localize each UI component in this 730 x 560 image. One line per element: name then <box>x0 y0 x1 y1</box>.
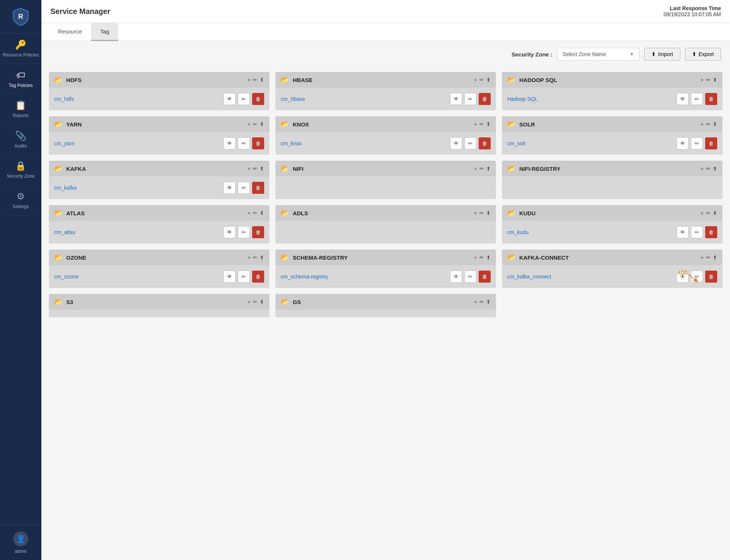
export-service-button[interactable]: ⬆ <box>713 121 717 127</box>
edit-button[interactable]: ✏ <box>691 226 703 238</box>
service-link-cm-kudu[interactable]: cm_kudu <box>507 229 529 235</box>
delete-button[interactable]: 🗑 <box>705 226 717 238</box>
add-service-button[interactable]: + <box>701 210 704 216</box>
add-service-button[interactable]: + <box>248 254 251 260</box>
edit-service-button[interactable]: ✏ <box>706 121 710 127</box>
delete-button[interactable]: 🗑 <box>705 271 717 283</box>
delete-button[interactable]: 🗑 <box>252 93 264 105</box>
add-service-button[interactable]: + <box>474 121 477 127</box>
export-service-button[interactable]: ⬆ <box>486 77 491 83</box>
delete-button[interactable]: 🗑 <box>705 137 717 149</box>
add-service-button[interactable]: + <box>248 299 251 305</box>
add-service-button[interactable]: + <box>248 166 251 172</box>
edit-button[interactable]: ✏ <box>238 271 250 283</box>
add-service-button[interactable]: + <box>474 210 477 216</box>
export-service-button[interactable]: ⬆ <box>260 254 264 260</box>
view-button[interactable]: 👁 <box>224 271 236 283</box>
delete-button[interactable]: 🗑 <box>479 137 491 149</box>
export-service-button[interactable]: ⬆ <box>486 299 491 305</box>
service-link-cm-schema-registry[interactable]: cm_schema-registry <box>281 274 328 280</box>
export-service-button[interactable]: ⬆ <box>260 299 264 305</box>
edit-button[interactable]: ✏ <box>238 226 250 238</box>
view-button[interactable]: 👁 <box>224 182 236 194</box>
add-service-button[interactable]: + <box>474 254 477 260</box>
sidebar-item-security-zone[interactable]: 🔒 Security Zone <box>0 155 41 185</box>
service-link-Hadoop-SQL[interactable]: Hadoop SQL <box>507 96 538 102</box>
service-link-cm-atlas[interactable]: cm_atlas <box>54 229 75 235</box>
add-service-button[interactable]: + <box>248 210 251 216</box>
service-link-cm-hdfs[interactable]: cm_hdfs <box>54 96 74 102</box>
export-service-button[interactable]: ⬆ <box>260 77 264 83</box>
add-service-button[interactable]: + <box>474 166 477 172</box>
edit-service-button[interactable]: ✏ <box>253 121 257 127</box>
tab-resource[interactable]: Resource <box>49 23 91 41</box>
service-link-cm-kafka[interactable]: cm_kafka <box>54 185 77 191</box>
delete-button[interactable]: 🗑 <box>479 93 491 105</box>
sidebar-item-reports[interactable]: 📋 Reports <box>0 94 41 125</box>
delete-button[interactable]: 🗑 <box>252 226 264 238</box>
view-button[interactable]: 👁 <box>224 93 236 105</box>
service-link-cm-solr[interactable]: cm_solr <box>507 140 526 146</box>
edit-service-button[interactable]: ✏ <box>479 299 484 305</box>
service-link-cm-knox[interactable]: cm_knox <box>281 140 302 146</box>
export-service-button[interactable]: ⬆ <box>713 77 717 83</box>
service-link-cm-hbase[interactable]: cm_hbase <box>281 96 305 102</box>
export-service-button[interactable]: ⬆ <box>260 210 264 216</box>
add-service-button[interactable]: + <box>701 77 704 83</box>
view-button[interactable]: 👁 <box>677 93 689 105</box>
edit-service-button[interactable]: ✏ <box>706 254 710 260</box>
export-service-button[interactable]: ⬆ <box>486 210 491 216</box>
export-service-button[interactable]: ⬆ <box>260 121 264 127</box>
view-button[interactable]: 👁 <box>450 93 462 105</box>
view-button[interactable]: 👁 <box>450 271 462 283</box>
add-service-button[interactable]: + <box>248 121 251 127</box>
add-service-button[interactable]: + <box>248 77 251 83</box>
edit-service-button[interactable]: ✏ <box>253 166 257 172</box>
service-link-cm-kafka-connect[interactable]: cm_kafka_connect <box>507 274 551 280</box>
delete-button[interactable]: 🗑 <box>252 271 264 283</box>
edit-button[interactable]: ✏ <box>691 93 703 105</box>
export-service-button[interactable]: ⬆ <box>486 121 491 127</box>
edit-service-button[interactable]: ✏ <box>706 77 710 83</box>
service-link-cm-yarn[interactable]: cm_yarn <box>54 140 75 146</box>
delete-button[interactable]: 🗑 <box>705 93 717 105</box>
view-button[interactable]: 👁 <box>224 226 236 238</box>
sidebar-item-tag-policies[interactable]: 🏷 Tag Policies <box>0 64 41 94</box>
add-service-button[interactable]: + <box>474 299 477 305</box>
tab-tag[interactable]: Tag <box>91 23 118 41</box>
edit-button[interactable]: ✏ <box>464 137 476 149</box>
edit-button[interactable]: ✏ <box>238 182 250 194</box>
edit-button[interactable]: ✏ <box>691 271 703 283</box>
edit-button[interactable]: ✏ <box>238 137 250 149</box>
edit-button[interactable]: ✏ <box>238 93 250 105</box>
edit-service-button[interactable]: ✏ <box>253 299 257 305</box>
delete-button[interactable]: 🗑 <box>479 271 491 283</box>
edit-service-button[interactable]: ✏ <box>479 210 484 216</box>
export-service-button[interactable]: ⬆ <box>713 254 717 260</box>
edit-service-button[interactable]: ✏ <box>253 210 257 216</box>
edit-service-button[interactable]: ✏ <box>479 254 484 260</box>
export-service-button[interactable]: ⬆ <box>713 210 717 216</box>
edit-service-button[interactable]: ✏ <box>706 210 710 216</box>
view-button[interactable]: 👁 <box>677 137 689 149</box>
add-service-button[interactable]: + <box>474 77 477 83</box>
edit-service-button[interactable]: ✏ <box>479 166 484 172</box>
delete-button[interactable]: 🗑 <box>252 137 264 149</box>
export-button[interactable]: ⬆ Export <box>685 48 721 61</box>
view-button[interactable]: 👁 <box>450 137 462 149</box>
edit-service-button[interactable]: ✏ <box>479 121 484 127</box>
delete-button[interactable]: 🗑 <box>252 182 264 194</box>
export-service-button[interactable]: ⬆ <box>486 166 491 172</box>
edit-button[interactable]: ✏ <box>464 271 476 283</box>
zone-select[interactable]: Select Zone Name ▼ <box>557 48 640 61</box>
edit-service-button[interactable]: ✏ <box>253 254 257 260</box>
edit-service-button[interactable]: ✏ <box>253 77 257 83</box>
view-button[interactable]: 👁 <box>677 271 689 283</box>
add-service-button[interactable]: + <box>701 254 704 260</box>
edit-button[interactable]: ✏ <box>691 137 703 149</box>
view-button[interactable]: 👁 <box>224 137 236 149</box>
sidebar-item-settings[interactable]: ⚙ Settings <box>0 185 41 216</box>
import-button[interactable]: ⬆ Import <box>644 48 680 61</box>
sidebar-item-resource-policies[interactable]: 🔑 Resource Policies <box>0 33 41 64</box>
export-service-button[interactable]: ⬆ <box>260 166 264 172</box>
